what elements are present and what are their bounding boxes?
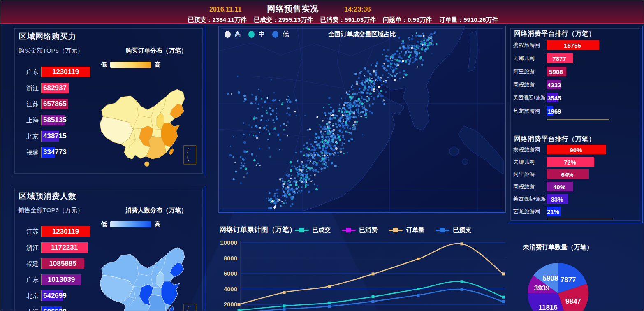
bar-value: 15755 [564,42,581,49]
bar-value: 5908 [549,68,563,75]
header-banner: 2016.11.11 网络预售实况 14:23:36 已预支：2364.11万件… [0,0,644,24]
legend-marker [342,230,356,231]
ranking-row[interactable]: 携程旅游网15755 [513,40,638,50]
bar-label: 上海 [17,116,41,124]
bar-track: 1230119 [41,226,112,237]
china-map-orange[interactable] [92,82,202,170]
ranking-volume-title: 网络消费平台排行（万笔） [514,30,595,38]
bar-track: 4333 [546,80,638,89]
bar-track: 15755 [546,40,638,50]
ranking-label: 美团酒店+旅游 [513,195,546,202]
bar-value: 334773 [43,148,67,156]
bar-track: 90% [546,145,638,154]
legend-label: 已预支 [453,226,471,234]
ranking-row[interactable]: 去哪儿网72% [513,157,638,167]
panel-title: 区域网络购买力 [19,31,76,42]
bar-label: 福建 [17,149,41,156]
legend-marker [389,230,403,231]
bar-value: 3545 [547,94,561,101]
legend-marker [436,230,449,231]
ranking-row[interactable]: 美团酒店+旅游33% [513,194,638,204]
bar-value: 1230119 [52,68,79,76]
bar-track: 33% [546,194,638,204]
ranking-row[interactable]: 阿里旅游64% [513,169,638,179]
pie-label: 3939 [534,284,550,292]
legend-high-label: 高 [155,220,161,228]
order-scatter-map[interactable] [219,26,505,211]
bar-value: 542699 [43,292,67,300]
panel-orders-line-chart: 网络订单累计图（万笔） 已成交已消费订单量已预支 100008000600040… [218,223,510,311]
legend-label: 已消费 [359,226,378,234]
ranking-row[interactable]: 同程旅游40% [513,182,638,191]
svg-text:2000: 2000 [224,301,237,308]
header-stats-row: 已预支：2364.11万件已成交：2955.13万件已消费：591.03万件问题… [21,16,644,24]
map-chart-title: 购买订单分布（万笔） [111,47,202,55]
svg-text:4000: 4000 [224,285,237,292]
bar-value: 4333 [547,81,561,88]
legend-item-订单量[interactable]: 订单量 [389,226,424,234]
bar-value: 72% [564,158,576,165]
ranking-row[interactable]: 艺龙旅游网21% [513,207,638,216]
line-chart-title: 网络订单累计图（万笔） [219,225,296,234]
ranking-row[interactable]: 携程旅游网90% [513,145,638,154]
bar-label: 北京 [17,132,41,140]
bar-label: 北京 [17,292,41,300]
bar-value: 1969 [547,107,561,114]
pie-label: 11816 [538,304,557,311]
bar-track: 21% [546,207,638,216]
bar-track: 3545 [546,93,638,102]
china-map-blue[interactable] [92,240,202,311]
legend-marker [295,230,309,231]
pie-label: 9847 [565,297,581,305]
legend-high-label: 高 [155,61,161,69]
ranking-label: 携程旅游网 [513,42,546,49]
panel-title: 区域预消费人数 [19,191,76,202]
bar-chart-title: 销售金额TOP6（万元） [18,207,83,214]
ranking-label: 同程旅游 [513,183,546,190]
ranking-label: 阿里旅游 [513,68,546,75]
svg-text:6000: 6000 [224,270,237,277]
svg-text:10000: 10000 [220,239,237,246]
ranking-label: 艺龙旅游网 [513,107,546,115]
gradient-bar-blue [110,221,151,227]
series-line-订单量[interactable] [239,244,503,304]
bar-value: 40% [553,183,565,190]
ranking-percent-title: 网络消费平台排行（万笔） [514,135,595,144]
ranking-row[interactable]: 美团酒店+旅游3545 [513,93,638,102]
orders-line-chart[interactable]: 100008000600040002000 [218,237,510,311]
ranking-label: 去哪儿网 [513,55,546,62]
series-line-已成交[interactable] [239,281,503,310]
legend-item-已成交[interactable]: 已成交 [295,226,331,234]
bar-row[interactable]: 江苏1230119 [17,226,112,237]
legend-item-已消费[interactable]: 已消费 [342,226,378,234]
gradient-bar-orange [110,62,151,68]
ranking-row[interactable]: 艺龙旅游网1969 [513,106,638,116]
page-title: 网络预售实况 [267,3,319,14]
pie-label: 5908 [542,274,558,282]
unconsumed-orders-pie[interactable]: 787798471181639395908 [510,255,608,311]
bar-chart-title: 购买金额TOP6（万元） [18,47,83,55]
bar-value: 1085885 [49,260,76,268]
line-chart-legend[interactable]: 已成交已消费订单量已预支 [295,226,471,234]
bar-row[interactable]: 广东1230119 [17,67,112,77]
legend-item-已预支[interactable]: 已预支 [436,226,471,234]
bar-value: 506520 [43,308,67,311]
bar-label: 浙江 [17,244,41,252]
pie-label: 7877 [560,276,576,284]
ranking-row[interactable]: 阿里旅游5908 [513,67,638,76]
ranking-label: 去哪儿网 [513,158,546,166]
ranking-label: 携程旅游网 [513,146,546,153]
ranking-row[interactable]: 同程旅游4333 [513,80,638,89]
bar-label: 广东 [17,276,41,284]
bar-value: 585135 [43,116,67,124]
bar-label: 江苏 [17,100,41,108]
bar-value: 1172231 [51,244,78,252]
ranking-label: 美团酒店+旅游 [513,94,546,101]
panel-platform-rankings: 网络消费平台排行（万笔） 携程旅游网15755去哪儿网7877阿里旅游5908同… [508,26,643,223]
bar-value: 7877 [552,55,566,62]
header-stat: 已成交：2955.13万件 [254,16,313,24]
ranking-label: 阿里旅游 [513,171,546,178]
bar-label: 福建 [17,260,41,268]
ranking-row[interactable]: 去哪儿网7877 [513,53,638,63]
series-line-已预支[interactable] [239,289,503,311]
